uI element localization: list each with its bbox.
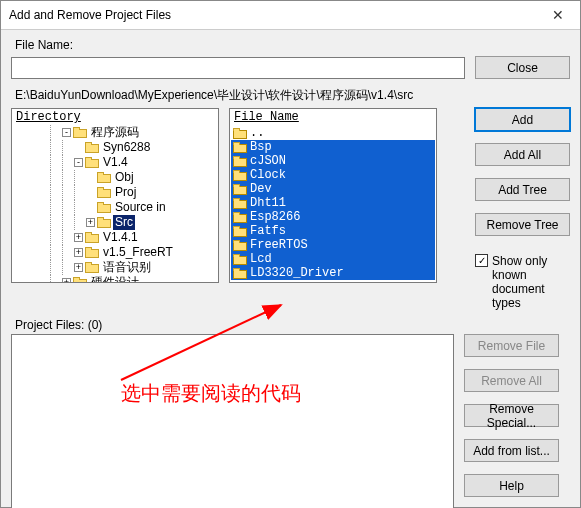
tree-item-label[interactable]: v1.5_FreeRT [101, 245, 175, 260]
remove-tree-button[interactable]: Remove Tree [475, 213, 570, 236]
tree-item[interactable]: +v1.5_FreeRT [14, 245, 216, 260]
folder-icon [233, 226, 247, 237]
tree-item[interactable]: +Src [14, 215, 216, 230]
file-item-label: Dev [250, 182, 272, 196]
file-name-row: Close [11, 56, 570, 79]
folder-icon [73, 277, 87, 283]
file-item[interactable]: FreeRTOS [231, 238, 435, 252]
file-item-label: Bsp [250, 140, 272, 154]
folder-icon [233, 142, 247, 153]
file-item-label: Dht11 [250, 196, 286, 210]
file-item[interactable]: LD3320_Driver [231, 266, 435, 280]
file-item[interactable]: cJSON [231, 154, 435, 168]
folder-icon [233, 198, 247, 209]
tree-item[interactable]: +语音识别 [14, 260, 216, 275]
folder-icon [233, 170, 247, 181]
expander-minus-icon[interactable]: - [74, 158, 83, 167]
folder-icon [97, 217, 111, 228]
folder-icon [73, 127, 87, 138]
tree-item-label[interactable]: Source in [113, 200, 168, 215]
help-button[interactable]: Help [464, 474, 559, 497]
expander-plus-icon[interactable]: + [86, 218, 95, 227]
tree-item-label[interactable]: Syn6288 [101, 140, 152, 155]
checkbox-label: Show only known document types [492, 254, 575, 310]
add-button[interactable]: Add [475, 108, 570, 131]
tree-item[interactable]: +硬件设计 [14, 275, 216, 283]
remove-special-button[interactable]: Remove Special... [464, 404, 559, 427]
panes-left: Directory -程序源码Syn6288-V1.4ObjProjSource… [11, 108, 465, 283]
tree-item-label[interactable]: V1.4.1 [101, 230, 140, 245]
folder-icon [233, 212, 247, 223]
folder-icon [233, 128, 247, 139]
window-title: Add and Remove Project Files [9, 8, 538, 22]
folder-icon [233, 156, 247, 167]
add-all-button[interactable]: Add All [475, 143, 570, 166]
remove-file-button[interactable]: Remove File [464, 334, 559, 357]
folder-icon [233, 254, 247, 265]
file-item[interactable]: Bsp [231, 140, 435, 154]
add-tree-button[interactable]: Add Tree [475, 178, 570, 201]
folder-icon [85, 232, 99, 243]
file-item[interactable]: Dev [231, 182, 435, 196]
tree-item-label[interactable]: 硬件设计 [89, 275, 141, 283]
side-buttons-bottom: Remove File Remove All Remove Special...… [464, 334, 559, 497]
file-item[interactable]: Fatfs [231, 224, 435, 238]
directory-pane[interactable]: Directory -程序源码Syn6288-V1.4ObjProjSource… [11, 108, 219, 283]
tree-item-label[interactable]: V1.4 [101, 155, 130, 170]
file-item[interactable]: Esp8266 [231, 210, 435, 224]
tree-item[interactable]: -程序源码 [14, 125, 216, 140]
tree-item-label[interactable]: Obj [113, 170, 136, 185]
close-button[interactable]: Close [475, 56, 570, 79]
folder-icon [97, 172, 111, 183]
tree-item[interactable]: Obj [14, 170, 216, 185]
tree-item-label[interactable]: 程序源码 [89, 125, 141, 140]
expander-plus-icon[interactable]: + [74, 233, 83, 242]
tree-item[interactable]: Proj [14, 185, 216, 200]
tree-item[interactable]: +V1.4.1 [14, 230, 216, 245]
tree-item[interactable]: Syn6288 [14, 140, 216, 155]
dialog-body: File Name: Close E:\BaiduYunDownload\MyE… [1, 30, 580, 508]
project-files-pane[interactable] [11, 334, 454, 508]
directory-tree[interactable]: -程序源码Syn6288-V1.4ObjProjSource in+Src+V1… [12, 125, 218, 283]
folder-icon [85, 142, 99, 153]
file-header: File Name [230, 109, 436, 125]
file-item-label: LD3320_Driver [250, 266, 344, 280]
file-item-label: .. [250, 126, 264, 140]
expander-minus-icon[interactable]: - [62, 128, 71, 137]
file-name-input[interactable] [11, 57, 465, 79]
file-item[interactable]: Dht11 [231, 196, 435, 210]
file-item[interactable]: .. [231, 126, 435, 140]
expander-plus-icon[interactable]: + [74, 248, 83, 257]
folder-icon [233, 184, 247, 195]
current-path-label: E:\BaiduYunDownload\MyExperience\毕业设计\软件… [15, 87, 570, 104]
file-item-label: Esp8266 [250, 210, 300, 224]
expander-plus-icon[interactable]: + [74, 263, 83, 272]
window-close-button[interactable]: ✕ [538, 7, 578, 23]
tree-item[interactable]: Source in [14, 200, 216, 215]
bottom-row: Remove File Remove All Remove Special...… [11, 334, 570, 508]
remove-all-button[interactable]: Remove All [464, 369, 559, 392]
checkbox-icon[interactable]: ✓ [475, 254, 488, 267]
file-item-label: Clock [250, 168, 286, 182]
file-item[interactable]: Clock [231, 168, 435, 182]
folder-icon [85, 247, 99, 258]
add-from-list-button[interactable]: Add from list... [464, 439, 559, 462]
file-pane[interactable]: File Name ..BspcJSONClockDevDht11Esp8266… [229, 108, 437, 283]
titlebar: Add and Remove Project Files ✕ [1, 1, 580, 30]
tree-item-label[interactable]: Proj [113, 185, 138, 200]
side-buttons-top: Add Add All Add Tree Remove Tree ✓ Show … [475, 108, 570, 310]
file-item[interactable]: Lcd [231, 252, 435, 266]
file-item-label: cJSON [250, 154, 286, 168]
file-item-label: Lcd [250, 252, 272, 266]
file-list[interactable]: ..BspcJSONClockDevDht11Esp8266FatfsFreeR… [230, 125, 436, 281]
panes-row: Directory -程序源码Syn6288-V1.4ObjProjSource… [11, 108, 570, 310]
folder-icon [233, 268, 247, 279]
show-only-known-checkbox[interactable]: ✓ Show only known document types [475, 254, 575, 310]
file-name-label: File Name: [15, 38, 570, 52]
tree-item-label[interactable]: Src [113, 215, 135, 230]
tree-item-label[interactable]: 语音识别 [101, 260, 153, 275]
tree-item[interactable]: -V1.4 [14, 155, 216, 170]
expander-plus-icon[interactable]: + [62, 278, 71, 283]
project-files-label: Project Files: (0) [15, 318, 570, 332]
file-item-label: Fatfs [250, 224, 286, 238]
